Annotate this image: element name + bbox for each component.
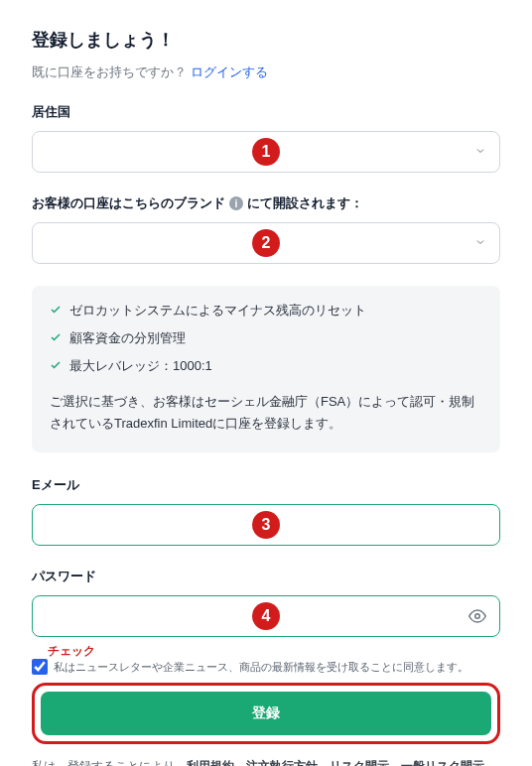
consent-text: 私はニュースレターや企業ニュース、商品の最新情報を受け取ることに同意します。 bbox=[54, 660, 468, 675]
badge-2: 2 bbox=[252, 229, 280, 257]
eye-icon[interactable] bbox=[468, 607, 486, 625]
svg-point-0 bbox=[475, 614, 480, 619]
register-button[interactable]: 登録 bbox=[41, 692, 491, 735]
feature-text: 最大レバレッジ：1000:1 bbox=[69, 357, 212, 375]
country-select-wrap: 1 bbox=[32, 131, 500, 173]
feature-item: 最大レバレッジ：1000:1 bbox=[50, 357, 482, 375]
consent-checkbox[interactable] bbox=[32, 659, 48, 675]
badge-3: 3 bbox=[252, 511, 280, 539]
login-prompt-text: 既に口座をお持ちですか？ bbox=[32, 64, 187, 79]
brand-label-suffix: にて開設されます： bbox=[247, 194, 363, 212]
checkmark-icon bbox=[50, 304, 62, 319]
features-box: ゼロカットシステムによるマイナス残高のリセット 顧客資金の分別管理 最大レバレッ… bbox=[32, 286, 500, 452]
consent-row: チェック 私はニュースレターや企業ニュース、商品の最新情報を受け取ることに同意し… bbox=[32, 659, 500, 675]
login-prompt: 既に口座をお持ちですか？ ログインする bbox=[32, 64, 500, 81]
country-label: 居住国 bbox=[32, 103, 500, 121]
info-icon[interactable]: i bbox=[229, 196, 243, 210]
badge-1: 1 bbox=[252, 138, 280, 166]
features-description: ご選択に基づき、お客様はセーシェル金融庁（FSA）によって認可・規制されているT… bbox=[50, 391, 482, 435]
check-annotation: チェック bbox=[48, 643, 95, 660]
terms-text: 私は、登録することにより、利用規約、注文執行方針、リスク開示、一般リスク開示、利… bbox=[32, 756, 500, 766]
feature-item: ゼロカットシステムによるマイナス残高のリセット bbox=[50, 302, 482, 319]
login-link[interactable]: ログインする bbox=[191, 64, 268, 79]
checkmark-icon bbox=[50, 359, 62, 374]
brand-label: お客様の口座はこちらのブランド i にて開設されます： bbox=[32, 194, 500, 212]
brand-select-wrap: 2 bbox=[32, 222, 500, 264]
password-input-wrap: 4 bbox=[32, 595, 500, 637]
email-label: Eメール bbox=[32, 476, 500, 494]
page-title: 登録しましょう！ bbox=[32, 28, 500, 52]
password-label: パスワード bbox=[32, 568, 500, 585]
badge-4: 4 bbox=[252, 602, 280, 630]
email-input-wrap: 3 bbox=[32, 504, 500, 546]
feature-item: 顧客資金の分別管理 bbox=[50, 329, 482, 347]
checkmark-icon bbox=[50, 331, 62, 346]
submit-highlight: 登録 bbox=[32, 683, 500, 744]
feature-text: ゼロカットシステムによるマイナス残高のリセット bbox=[69, 302, 366, 319]
brand-label-prefix: お客様の口座はこちらのブランド bbox=[32, 194, 225, 212]
feature-text: 顧客資金の分別管理 bbox=[69, 329, 186, 347]
